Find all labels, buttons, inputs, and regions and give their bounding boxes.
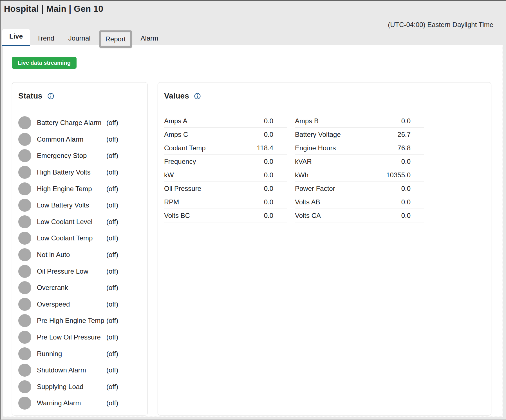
value-number: 0.0 [401,212,424,220]
status-item-state: (off) [106,168,118,176]
value-label: Frequency [164,158,196,166]
value-label: kW [164,171,174,179]
value-label: Coolant Temp [164,144,206,152]
values-card-header: Values [164,82,485,100]
status-list-item: High Engine Temp (off) [18,180,141,197]
status-item-label: Low Coolant Level [37,218,106,226]
status-item-label: Pre High Engine Temp [37,317,106,325]
value-number: 0.0 [401,117,424,125]
status-indicator-icon [18,281,31,294]
status-indicator-icon [18,364,31,377]
status-list-item: Low Battery Volts (off) [18,197,141,214]
value-row: Battery Voltage 26.7 [295,128,424,141]
value-label: Volts CA [295,212,321,220]
status-item-state: (off) [106,317,118,325]
app-window: Hospital | Main | Gen 10 (UTC-04:00) Eas… [0,0,506,420]
status-indicator-icon [18,347,31,360]
value-label: Oil Pressure [164,185,201,193]
status-item-state: (off) [106,119,118,127]
value-number: 0.0 [401,198,424,206]
status-card: Status Battery Charge Alarm (off) Common… [12,82,148,415]
status-item-label: Running [37,350,106,358]
tab-report[interactable]: Report [101,32,130,46]
status-indicator-icon [18,314,31,327]
status-indicator-icon [18,248,31,261]
value-label: Amps B [295,117,319,125]
status-item-state: (off) [106,234,118,242]
status-indicator-icon [18,232,31,245]
cards-row: Status Battery Charge Alarm (off) Common… [12,82,491,415]
status-card-header: Status [18,82,141,100]
status-item-label: Battery Charge Alarm [37,119,106,127]
status-indicator-icon [18,380,31,393]
status-indicator-icon [18,331,31,344]
tab-alarm[interactable]: Alarm [134,30,165,46]
value-label: Amps C [164,131,188,138]
status-item-label: Low Battery Volts [37,201,106,209]
status-item-state: (off) [106,201,118,209]
value-label: kVAR [295,158,312,166]
status-indicator-icon [18,265,31,278]
value-label: Amps A [164,117,187,125]
value-label: Power Factor [295,185,335,193]
status-indicator-icon [18,182,31,195]
value-label: Engine Hours [295,144,336,152]
status-item-label: Emergency Stop [37,152,106,160]
status-item-state: (off) [106,350,118,358]
tab-trend[interactable]: Trend [30,30,61,46]
status-indicator-icon [18,298,31,311]
status-list-item: Overspeed (off) [18,296,141,313]
status-item-label: Oil Pressure Low [37,267,106,275]
status-item-state: (off) [106,383,118,391]
status-card-title: Status [18,91,42,100]
status-indicator-icon [18,166,31,179]
values-card-title: Values [164,91,189,100]
status-list-item: Not in Auto (off) [18,247,141,263]
status-list: Battery Charge Alarm (off) Common Alarm … [18,110,141,412]
value-row: kVAR 0.0 [295,155,424,168]
value-number: 0.0 [264,198,287,206]
status-item-state: (off) [106,333,118,341]
value-row: Amps A 0.0 [164,114,287,128]
tab-highlight-box: Report [99,30,132,48]
status-item-state: (off) [106,300,118,308]
status-indicator-icon [18,215,31,228]
value-row: Volts CA 0.0 [295,209,424,222]
info-icon[interactable] [194,93,201,99]
status-item-label: Overspeed [37,300,106,308]
live-tab-panel: Live data streaming Status Battery [3,45,503,417]
value-row: kWh 10355.0 [295,168,424,182]
status-list-item: Battery Charge Alarm (off) [18,115,141,131]
values-table: Amps A 0.0 Amps B 0.0 Amps C 0.0 Battery… [164,114,485,222]
tab-live[interactable]: Live [2,29,30,46]
status-list-item: High Battery Volts (off) [18,164,141,181]
value-row: Engine Hours 76.8 [295,141,424,155]
value-label: Volts AB [295,198,320,206]
status-item-state: (off) [106,284,118,292]
status-item-state: (off) [106,267,118,275]
status-list-item: Common Alarm (off) [18,131,141,148]
status-item-state: (off) [106,152,118,160]
tab-bar: LiveTrendJournalReportAlarm [2,29,165,46]
value-number: 0.0 [264,171,287,179]
tab-journal[interactable]: Journal [61,30,98,46]
value-label: Battery Voltage [295,131,341,138]
status-item-label: Overcrank [37,284,106,292]
value-row: Power Factor 0.0 [295,182,424,195]
info-icon[interactable] [48,93,54,99]
status-list-item: Overcrank (off) [18,280,141,296]
timezone-label: (UTC-04:00) Eastern Daylight Time [388,21,493,29]
value-number: 0.0 [264,158,287,166]
value-row: Volts AB 0.0 [295,195,424,209]
value-row: kW 0.0 [164,168,287,182]
value-row: Frequency 0.0 [164,155,287,168]
status-indicator-icon [18,397,31,410]
status-indicator-icon [18,199,31,212]
value-number: 0.0 [264,117,287,125]
value-number: 0.0 [264,212,287,220]
value-label: Volts BC [164,212,190,220]
status-list-item: Pre Low Oil Pressure (off) [18,329,141,346]
status-item-state: (off) [106,399,118,407]
status-list-item: Emergency Stop (off) [18,148,141,164]
status-item-label: Low Coolant Temp [37,234,106,242]
